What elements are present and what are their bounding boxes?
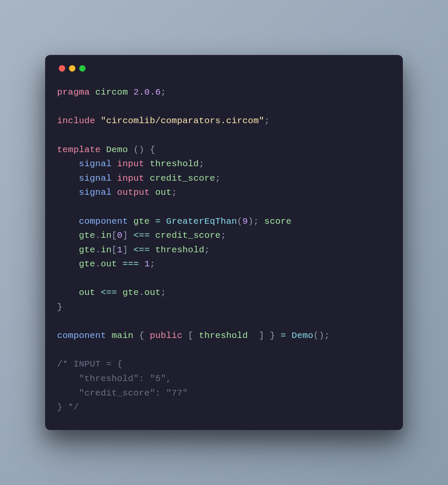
ident-gte: gte [133, 217, 149, 226]
ident-out: out [79, 288, 95, 297]
call-gte: GreaterEqThan [166, 217, 237, 226]
string-include-path: "circomlib/comparators.circom" [101, 116, 264, 126]
punct-semi: ; [161, 87, 166, 97]
punct-lbrace: { [150, 145, 155, 155]
punct-semi: ; [221, 231, 226, 240]
kw-output: output [117, 188, 150, 197]
kw-template: template [57, 145, 101, 155]
punct-lparen: ( [237, 217, 243, 226]
kw-input: input [117, 159, 144, 169]
punct-rbracket: ] [123, 231, 128, 240]
window-titlebar [57, 65, 391, 72]
punct-lparen: ( [133, 145, 139, 155]
punct-semi: ; [172, 188, 177, 197]
punct-lbracket: [ [112, 245, 117, 255]
punct-rparen: ) [319, 331, 325, 341]
comment-line: "threshold": "5", [57, 374, 172, 384]
ident-threshold: threshold [155, 245, 204, 255]
ident-out: out [155, 188, 171, 197]
punct-rbracket: ] [259, 331, 264, 341]
kw-component: component [57, 331, 106, 341]
kw-signal: signal [79, 173, 112, 183]
ident-threshold: threshold [150, 159, 199, 169]
punct-lparen: ( [313, 331, 319, 341]
op-eq: = [155, 217, 161, 226]
ident-threshold: threshold [199, 331, 248, 341]
num-zero: 0 [117, 231, 123, 240]
kw-input: input [117, 173, 144, 183]
ident-in: in [101, 245, 112, 255]
op-arrow: <== [133, 231, 149, 240]
ident-gte: gte [79, 231, 95, 240]
ident-circom: circom [95, 87, 128, 97]
ident-demo: Demo [106, 145, 128, 155]
maximize-icon[interactable] [79, 65, 86, 72]
punct-lbrace: { [139, 331, 144, 341]
comment-input: INPUT = { [73, 359, 122, 369]
punct-rparen: ) [139, 145, 144, 155]
kw-pragma: pragma [57, 87, 90, 97]
ident-in: in [101, 231, 112, 240]
punct-dot: . [95, 231, 101, 240]
punct-lbracket: [ [188, 331, 193, 341]
comment-line: "credit_score": "77" [57, 388, 188, 398]
punct-rbrace: } [270, 331, 275, 341]
punct-semi: ; [253, 217, 259, 226]
punct-dot: . [95, 259, 101, 269]
ident-score: score [264, 217, 292, 226]
op-eq: = [281, 331, 286, 341]
ident-main: main [112, 331, 133, 341]
punct-semi: ; [324, 331, 330, 341]
punct-rbrace: } [57, 302, 63, 312]
punct-dot: . [139, 288, 144, 297]
ident-gte: gte [79, 245, 95, 255]
ident-out: out [101, 259, 117, 269]
num-nine: 9 [242, 217, 248, 226]
ident-gte: gte [79, 259, 95, 269]
comment-open: /* [57, 359, 73, 369]
op-arrow: <== [101, 288, 117, 297]
code-window: pragma circom 2.0.6; include "circomlib/… [45, 55, 403, 430]
punct-semi: ; [264, 116, 270, 126]
call-demo: Demo [292, 331, 313, 341]
ident-out: out [144, 288, 161, 297]
num-one: 1 [117, 245, 123, 255]
comment-close: } */ [57, 402, 79, 412]
ident-credit-score: credit_score [155, 231, 221, 240]
punct-dot: . [95, 245, 101, 255]
kw-component: component [79, 217, 128, 226]
kw-signal: signal [79, 188, 112, 197]
op-tripleeq: === [123, 259, 139, 269]
kw-include: include [57, 116, 95, 126]
kw-public: public [150, 331, 183, 341]
code-block: pragma circom 2.0.6; include "circomlib/… [57, 85, 391, 415]
op-arrow: <== [133, 245, 149, 255]
punct-rbracket: ] [123, 245, 128, 255]
ident-credit-score: credit_score [150, 173, 215, 183]
punct-semi: ; [150, 259, 155, 269]
punct-semi: ; [215, 173, 221, 183]
kw-signal: signal [79, 159, 112, 169]
num-version: 2.0.6 [133, 87, 161, 97]
punct-semi: ; [161, 288, 166, 297]
punct-lbracket: [ [112, 231, 117, 240]
ident-gte: gte [123, 288, 139, 297]
punct-semi: ; [204, 245, 210, 255]
punct-rparen: ) [248, 217, 253, 226]
minimize-icon[interactable] [69, 65, 75, 72]
num-one: 1 [144, 259, 150, 269]
close-icon[interactable] [59, 65, 65, 72]
punct-semi: ; [199, 159, 204, 169]
